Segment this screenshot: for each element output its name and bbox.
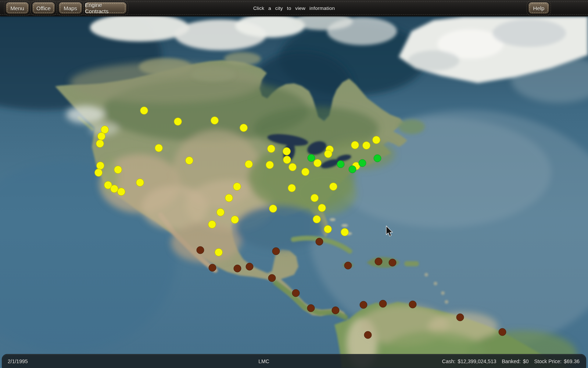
city-dot-yellow[interactable] xyxy=(245,160,253,168)
city-dot-brown[interactable] xyxy=(209,264,216,271)
city-dot-yellow[interactable] xyxy=(174,118,182,126)
banked-readout: Banked: $0 xyxy=(502,358,529,364)
city-dot-yellow[interactable] xyxy=(311,194,319,202)
city-dot-yellow[interactable] xyxy=(330,183,337,191)
city-dot-yellow[interactable] xyxy=(208,221,216,228)
city-dot-brown[interactable] xyxy=(268,274,276,282)
city-dot-yellow[interactable] xyxy=(314,159,322,167)
stock-price-value: $69.36 xyxy=(564,358,580,364)
cash-label: Cash: xyxy=(442,358,456,364)
status-bar: 2/1/1995 LMC Cash: $12,399,024,513 Banke… xyxy=(2,354,586,368)
city-dot-yellow[interactable] xyxy=(341,228,349,236)
help-button[interactable]: Help xyxy=(528,2,549,14)
city-dot-yellow[interactable] xyxy=(111,185,118,193)
city-dot-green[interactable] xyxy=(374,155,381,162)
stock-price-label: Stock Price: xyxy=(534,358,562,364)
city-dot-green[interactable] xyxy=(337,160,344,168)
city-dot-yellow[interactable] xyxy=(114,166,122,174)
city-dot-yellow[interactable] xyxy=(95,169,103,177)
city-dot-brown[interactable] xyxy=(316,238,323,245)
city-dot-yellow[interactable] xyxy=(136,179,144,187)
city-dot-yellow[interactable] xyxy=(363,142,370,149)
banked-value: $0 xyxy=(523,358,529,364)
maps-button-label: Maps xyxy=(64,5,77,11)
city-dot-yellow[interactable] xyxy=(217,209,225,216)
city-dot-brown[interactable] xyxy=(389,259,396,266)
world-map-container[interactable] xyxy=(0,0,588,368)
city-dot-brown[interactable] xyxy=(375,258,382,265)
office-button[interactable]: Office xyxy=(32,2,55,14)
city-dot-yellow[interactable] xyxy=(325,150,332,158)
cash-readout: Cash: $12,399,024,513 xyxy=(442,358,496,364)
city-dot-brown[interactable] xyxy=(292,289,300,297)
financial-summary: Cash: $12,399,024,513 Banked: $0 Stock P… xyxy=(442,354,580,368)
city-dot-yellow[interactable] xyxy=(240,124,248,132)
menu-button-label: Menu xyxy=(10,5,24,11)
city-dot-brown[interactable] xyxy=(307,304,315,312)
city-dot-green[interactable] xyxy=(308,154,315,162)
city-dot-yellow[interactable] xyxy=(351,141,359,149)
city-dot-yellow[interactable] xyxy=(283,156,291,164)
engine-contracts-button[interactable]: Engine Contracts xyxy=(85,2,126,14)
city-dot-brown[interactable] xyxy=(234,265,241,272)
city-dot-yellow[interactable] xyxy=(118,188,125,196)
city-dot-brown[interactable] xyxy=(197,246,204,254)
city-dot-brown[interactable] xyxy=(456,314,464,321)
maps-button[interactable]: Maps xyxy=(59,2,82,14)
city-dot-brown[interactable] xyxy=(499,328,506,336)
banked-label: Banked: xyxy=(502,358,521,364)
city-dot-yellow[interactable] xyxy=(98,133,105,140)
satellite-world-map[interactable] xyxy=(0,0,588,368)
city-dot-yellow[interactable] xyxy=(269,205,277,213)
city-dot-yellow[interactable] xyxy=(97,162,104,170)
city-dot-yellow[interactable] xyxy=(186,157,193,165)
stock-price-readout: Stock Price: $69.36 xyxy=(534,358,580,364)
city-dot-yellow[interactable] xyxy=(140,107,148,115)
toolbar-hint-text: Click a city to view information xyxy=(253,0,335,16)
top-toolbar: Menu Office Maps Engine Contracts Click … xyxy=(0,0,588,16)
city-dot-green[interactable] xyxy=(359,159,366,167)
city-dot-yellow[interactable] xyxy=(96,140,104,148)
city-dot-yellow[interactable] xyxy=(288,184,296,192)
city-dot-brown[interactable] xyxy=(360,301,367,309)
city-dot-yellow[interactable] xyxy=(268,145,275,153)
city-dot-brown[interactable] xyxy=(409,301,416,308)
city-dot-green[interactable] xyxy=(349,166,356,173)
city-dot-brown[interactable] xyxy=(364,331,372,339)
city-dot-yellow[interactable] xyxy=(313,216,321,223)
city-dot-yellow[interactable] xyxy=(289,163,297,171)
city-dot-yellow[interactable] xyxy=(155,144,163,152)
cash-value: $12,399,024,513 xyxy=(458,358,496,364)
city-dot-brown[interactable] xyxy=(246,263,253,270)
city-dot-yellow[interactable] xyxy=(231,216,239,224)
city-dot-yellow[interactable] xyxy=(324,226,332,233)
city-dot-yellow[interactable] xyxy=(283,148,291,155)
city-dot-yellow[interactable] xyxy=(233,183,241,191)
help-button-label: Help xyxy=(533,5,545,11)
city-dot-brown[interactable] xyxy=(272,248,280,255)
game-date: 2/1/1995 xyxy=(8,354,28,368)
menu-button[interactable]: Menu xyxy=(6,2,29,14)
office-button-label: Office xyxy=(36,5,51,11)
city-dot-yellow[interactable] xyxy=(225,194,233,202)
company-ticker: LMC xyxy=(258,354,269,368)
city-dot-yellow[interactable] xyxy=(318,204,326,212)
city-dot-brown[interactable] xyxy=(344,262,352,269)
city-dot-yellow[interactable] xyxy=(373,136,380,144)
city-dot-yellow[interactable] xyxy=(215,249,223,256)
engine-contracts-button-label: Engine Contracts xyxy=(85,2,126,14)
city-dot-yellow[interactable] xyxy=(302,168,309,176)
city-dot-yellow[interactable] xyxy=(266,161,274,169)
city-dot-brown[interactable] xyxy=(332,307,339,314)
city-dot-yellow[interactable] xyxy=(211,117,219,125)
city-dot-brown[interactable] xyxy=(379,300,387,307)
